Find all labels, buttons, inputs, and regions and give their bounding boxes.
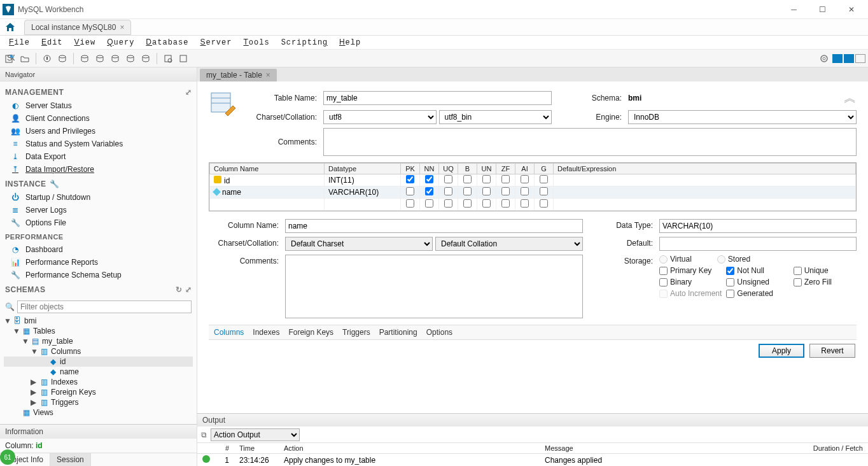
col-collation-select[interactable]: Default Collation: [435, 237, 583, 251]
check-generated[interactable]: Generated: [726, 289, 789, 298]
nav-users-privileges[interactable]: 👥Users and Privileges: [5, 125, 192, 138]
toolbar-icon-10[interactable]: [161, 52, 175, 66]
tree-foreign-keys[interactable]: ▶▥Foreign Keys: [4, 387, 193, 397]
tab-partitioning[interactable]: Partitioning: [379, 328, 417, 337]
close-icon[interactable]: ×: [120, 23, 124, 32]
tab-indexes[interactable]: Indexes: [253, 328, 279, 337]
editor-tab-my-table[interactable]: my_table - Table ×: [200, 69, 277, 81]
close-icon[interactable]: ×: [266, 71, 270, 80]
nav-options-file[interactable]: 🔧Options File: [5, 216, 192, 229]
menu-edit[interactable]: Edit: [36, 36, 68, 48]
nav-server-logs[interactable]: ≣Server Logs: [5, 204, 192, 216]
panel-toggle-right[interactable]: [855, 54, 865, 63]
table-row[interactable]: idINT(11): [210, 174, 856, 187]
table-name-input[interactable]: [323, 91, 552, 105]
toolbar-icon-9[interactable]: [139, 52, 153, 66]
output-mode-select[interactable]: Action Output: [211, 428, 300, 441]
checkbox-uq[interactable]: [444, 175, 452, 183]
menu-query[interactable]: Query: [102, 36, 139, 48]
nav-performance-reports[interactable]: 📊Performance Reports: [5, 256, 192, 269]
checkbox-ai[interactable]: [521, 175, 529, 183]
tree-tables[interactable]: ▼▦Tables: [4, 326, 193, 336]
menu-scripting[interactable]: Scripting: [276, 36, 333, 48]
nav-status-variables[interactable]: ≡Status and System Variables: [5, 138, 192, 150]
tab-columns[interactable]: Columns: [214, 328, 244, 337]
close-window-button[interactable]: ✕: [837, 0, 865, 19]
toolbar-icon-11[interactable]: [176, 52, 190, 66]
checkbox-pk[interactable]: [406, 187, 414, 195]
table-comments-textarea[interactable]: [323, 128, 857, 156]
check-auto-increment[interactable]: Auto Increment: [659, 289, 722, 298]
apply-button[interactable]: Apply: [759, 344, 804, 358]
checkbox-uq[interactable]: [444, 187, 452, 195]
home-icon[interactable]: [4, 21, 17, 34]
engine-select[interactable]: InnoDB: [628, 110, 857, 124]
expand-icon[interactable]: ⤢: [185, 285, 192, 294]
nav-performance-schema[interactable]: 🔧Performance Schema Setup: [5, 269, 192, 281]
check-unsigned[interactable]: Unsigned: [726, 278, 789, 286]
toolbar-icon-3[interactable]: [40, 52, 54, 66]
output-row[interactable]: 123:14:26Apply changes to my_tableChange…: [197, 454, 868, 467]
checkbox-ai[interactable]: [521, 187, 529, 195]
gear-icon[interactable]: [817, 52, 831, 66]
filter-objects-input[interactable]: [17, 300, 192, 313]
minimize-button[interactable]: ─: [780, 0, 808, 19]
tab-options[interactable]: Options: [426, 328, 452, 337]
table-row-empty[interactable]: [210, 199, 856, 211]
refresh-icon[interactable]: ↻: [176, 285, 183, 294]
checkbox-un[interactable]: [482, 187, 491, 195]
tab-triggers[interactable]: Triggers: [342, 328, 370, 337]
tree-db[interactable]: ▼🗄bmi: [4, 316, 193, 326]
checkbox-zf[interactable]: [501, 187, 510, 195]
column-name-input[interactable]: [285, 219, 583, 233]
tab-foreign-keys[interactable]: Foreign Keys: [288, 328, 333, 337]
checkbox-b[interactable]: [463, 187, 472, 195]
col-charset-select[interactable]: Default Charset: [285, 237, 433, 251]
nav-dashboard[interactable]: ◔Dashboard: [5, 243, 192, 256]
nav-data-import[interactable]: ⤒Data Import/Restore: [5, 163, 192, 176]
toolbar-icon-5[interactable]: [78, 52, 92, 66]
menu-tools[interactable]: Tools: [238, 36, 274, 48]
chevron-up-icon[interactable]: ︽: [844, 89, 857, 106]
default-input[interactable]: [659, 237, 857, 251]
toolbar-icon-8[interactable]: [123, 52, 137, 66]
radio-virtual[interactable]: Virtual: [659, 255, 692, 264]
nav-client-connections[interactable]: 👤Client Connections: [5, 112, 192, 125]
revert-button[interactable]: Revert: [809, 344, 855, 358]
data-type-input[interactable]: [659, 219, 857, 233]
nav-startup-shutdown[interactable]: ⏻Startup / Shutdown: [5, 191, 192, 204]
checkbox-b[interactable]: [463, 175, 472, 183]
connection-tab[interactable]: Local instance MySQL80 ×: [24, 20, 131, 35]
menu-help[interactable]: Help: [334, 36, 366, 48]
nav-data-export[interactable]: ⤓Data Export: [5, 150, 192, 163]
tree-columns[interactable]: ▼▥Columns: [4, 346, 193, 357]
maximize-button[interactable]: ☐: [808, 0, 837, 19]
check-binary[interactable]: Binary: [659, 278, 722, 286]
tab-session[interactable]: Session: [50, 453, 91, 466]
col-comments-textarea[interactable]: [285, 255, 583, 318]
toolbar-icon-4[interactable]: [55, 52, 69, 66]
checkbox-nn[interactable]: [425, 187, 433, 195]
tree-column-name[interactable]: ◆name: [4, 367, 193, 377]
tree-triggers[interactable]: ▶▥Triggers: [4, 397, 193, 407]
checkbox-nn[interactable]: [425, 175, 433, 183]
check-primary-key[interactable]: Primary Key: [659, 266, 722, 275]
menu-database[interactable]: Database: [141, 36, 193, 48]
output-copy-icon[interactable]: ⧉: [201, 430, 207, 439]
checkbox-zf[interactable]: [501, 175, 510, 183]
checkbox-un[interactable]: [482, 175, 491, 183]
check-zero-fill[interactable]: Zero Fill: [794, 278, 857, 286]
checkbox-g[interactable]: [540, 175, 548, 183]
tree-table[interactable]: ▼▤my_table: [4, 336, 193, 346]
check-not-null[interactable]: Not Null: [726, 266, 789, 275]
new-sql-tab-icon[interactable]: SQL+: [3, 52, 17, 66]
check-unique[interactable]: Unique: [794, 266, 857, 275]
table-row[interactable]: nameVARCHAR(10): [210, 187, 856, 199]
charset-select[interactable]: utf8: [323, 110, 437, 124]
checkbox-pk[interactable]: [406, 175, 414, 183]
toolbar-icon-6[interactable]: [93, 52, 107, 66]
panel-toggle-left[interactable]: [832, 54, 843, 63]
radio-stored[interactable]: Stored: [717, 255, 750, 264]
menu-file[interactable]: File: [4, 36, 35, 48]
tree-column-id[interactable]: ◆id: [4, 357, 193, 367]
